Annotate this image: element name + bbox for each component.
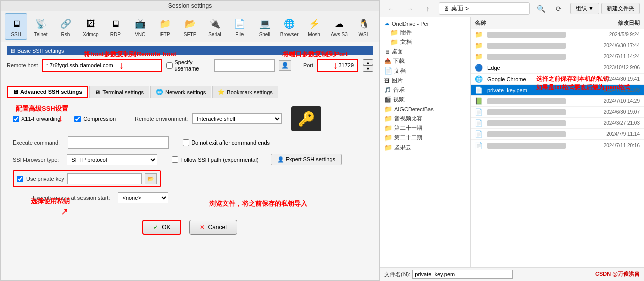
file-row-11[interactable]: 📄 2024/7/11 20:16 [471,140,644,151]
mosh-icon: ⚡ [306,16,323,32]
tree-pictures[interactable]: 🖼 图片 [382,76,468,85]
tree-attachments[interactable]: 📁 附件 [382,28,468,37]
organize-btn[interactable]: 组织 ▼ [570,3,599,14]
key-icon-box: 🔑 [291,106,321,131]
file-row-chrome[interactable]: 🌐 Google Chrome 2024/4/30 19:41 [471,74,644,85]
refresh-btn[interactable]: ⟳ [552,3,566,15]
file-name-edge: Edge [487,65,566,71]
file-row-9[interactable]: 📄 2024/3/27 21:03 [471,118,644,129]
rdp-icon: 🖥 [107,16,123,32]
tab-terminal[interactable]: 🖥 Terminal settings [89,86,149,98]
port-down-btn[interactable]: ▼ [363,65,373,72]
rdp-label: RDP [110,32,121,37]
explorer-main-content: ☁ OneDrive - Per 📁 附件 📁 文档 🖥 桌面 📥 下载 📄 [380,17,644,267]
execute-macro-select[interactable]: <none> [118,192,168,203]
file-row-edge[interactable]: 🔵 Edge 2023/10/12 9:06 [471,62,644,74]
explorer-toolbar: ← → ↑ 🖥 桌面 > 🔍 ⟳ 组织 ▼ 新建文件夹 [380,0,644,17]
file-date-11: 2024/7/11 20:16 [570,143,640,148]
toolbar-browser[interactable]: 🌐 Browser [278,13,300,40]
file-row-7[interactable]: 📗 2024/7/10 14:29 [471,96,644,107]
remote-host-input[interactable] [42,59,162,72]
username-input[interactable] [214,59,275,72]
file-row[interactable]: 📁 2024/6/30 17:44 [471,40,644,51]
file-name-7 [487,98,566,104]
toolbar-mosh[interactable]: ⚡ Mosh [303,13,326,40]
user-icon-btn[interactable]: 👤 [279,60,291,71]
toolbar-awss3[interactable]: ☁ Aws S3 [328,13,350,40]
toolbar-ssh[interactable]: 🖥 SSH [5,13,27,40]
remote-env-select[interactable]: Interactive shell LXDE desktop None [192,113,282,124]
file-row-8[interactable]: 📄 2024/6/30 19:07 [471,107,644,118]
follow-ssh-path-checkbox[interactable] [172,156,178,163]
ok-button[interactable]: ✓ OK [142,220,181,235]
port-input[interactable] [317,59,358,72]
ssh-browser-select[interactable]: SFTP protocol SCP protocol [67,154,157,165]
search-btn[interactable]: 🔍 [534,3,548,15]
x11-forwarding-label[interactable]: X11-Forwarding [13,116,60,122]
file-icon-2: 📁 [475,42,483,49]
tab-advanced-icon: 🖥 [13,89,18,95]
basic-ssh-title: Basic SSH settings [17,48,64,54]
tree-documents-od[interactable]: 📁 文档 [382,37,468,47]
toolbar-telnet[interactable]: 📡 Telnet [29,13,52,40]
execute-command-input[interactable] [68,136,169,149]
csdn-watermark: CSDN @万俊洪曾 [595,270,640,278]
toolbar-file[interactable]: 📄 File [228,13,251,40]
file-explorer-panel: ← → ↑ 🖥 桌面 > 🔍 ⟳ 组织 ▼ 新建文件夹 选择之前保存到本机的私钥… [380,0,644,281]
x11-forwarding-checkbox[interactable] [13,116,19,122]
tree-videos[interactable]: 🎬 视频 [382,95,468,104]
execute-macro-label: Execute macro at session start: [33,195,110,201]
expert-ssh-btn[interactable]: 👤 Expert SSH settings [271,154,342,165]
use-private-key-checkbox[interactable] [17,176,23,182]
tree-desktop[interactable]: 🖥 桌面 [382,47,468,56]
toolbar-rdp[interactable]: 🖥 RDP [104,13,127,40]
toolbar-shell[interactable]: 💻 Shell [253,13,276,40]
tab-bookmark[interactable]: ⭐ Bookmark settings [212,86,278,98]
tree-period22[interactable]: 📁 第二十二期 [382,133,468,143]
file-date-3: 2024/7/11 14:24 [570,54,640,59]
follow-ssh-path-label[interactable]: Follow SSH path (experimental) [172,156,258,163]
file-row-10[interactable]: 📄 2024/7/9 11:14 [471,129,644,140]
up-btn[interactable]: ↑ [421,3,435,15]
toolbar-rsh[interactable]: 🔗 Rsh [54,13,77,40]
folder-docs-od-icon: 📁 [390,38,398,46]
awss3-label: Aws S3 [331,32,348,37]
action-btns-group: 组织 ▼ 新建文件夹 [570,3,640,14]
tree-music[interactable]: 🎵 音乐 [382,85,468,95]
file-row-private-key[interactable]: 📄 private_key.pem 2024/7/11 22:03 [471,85,644,96]
cancel-button[interactable]: ✕ Cancel [189,220,237,235]
tree-video-competition[interactable]: 📁 音视频比赛 [382,114,468,123]
tree-jianguoyun[interactable]: 📁 坚果云 [382,143,468,152]
sftp-label: SFTP [184,32,197,37]
toolbar-serial[interactable]: 🔌 Serial [203,13,226,40]
cancel-icon: ✕ [200,224,205,231]
file-row[interactable]: 📁 2024/5/9 9:24 [471,29,644,40]
filename-input[interactable] [412,270,513,279]
specify-username-checkbox-label[interactable]: Specify username [166,59,210,72]
forward-btn[interactable]: → [403,3,417,15]
compression-label[interactable]: Compression [74,116,116,122]
tree-downloads[interactable]: 📥 下载 [382,56,468,66]
compression-checkbox[interactable] [74,116,81,122]
tree-aigcdetect[interactable]: 📁 AIGCDetectBas [382,104,468,114]
toolbar-ftp[interactable]: 📁 FTP [153,13,176,40]
specify-username-checkbox[interactable] [166,62,173,69]
port-up-btn[interactable]: ▲ [363,59,373,65]
toolbar-sftp[interactable]: 📂 SFTP [179,13,201,40]
no-exit-label[interactable]: Do not exit after command ends [183,139,270,146]
browse-private-key-btn[interactable]: 📂 [145,173,157,184]
tree-period21[interactable]: 📁 第二十一期 [382,123,468,133]
file-row[interactable]: 📁 2024/7/11 14:24 [471,51,644,62]
private-key-path-input[interactable] [67,173,142,184]
new-folder-btn[interactable]: 新建文件夹 [601,3,640,14]
tree-documents[interactable]: 📄 文档 [382,66,468,76]
no-exit-checkbox[interactable] [183,139,189,146]
toolbar-xdmcp[interactable]: 🖼 Xdmcp [79,13,102,40]
toolbar-wsl[interactable]: 🐧 WSL [353,13,375,40]
explorer-file-list: 名称 修改日期 📁 2024/5/9 9:24 📁 2024/6/30 17:4… [471,17,644,267]
back-btn[interactable]: ← [384,3,398,15]
tree-onedrive[interactable]: ☁ OneDrive - Per [382,19,468,28]
tab-network[interactable]: 🌐 Network settings [150,86,211,98]
tab-advanced-ssh[interactable]: 🖥 Advanced SSH settings [7,86,88,98]
toolbar-vnc[interactable]: 📺 VNC [129,13,151,40]
